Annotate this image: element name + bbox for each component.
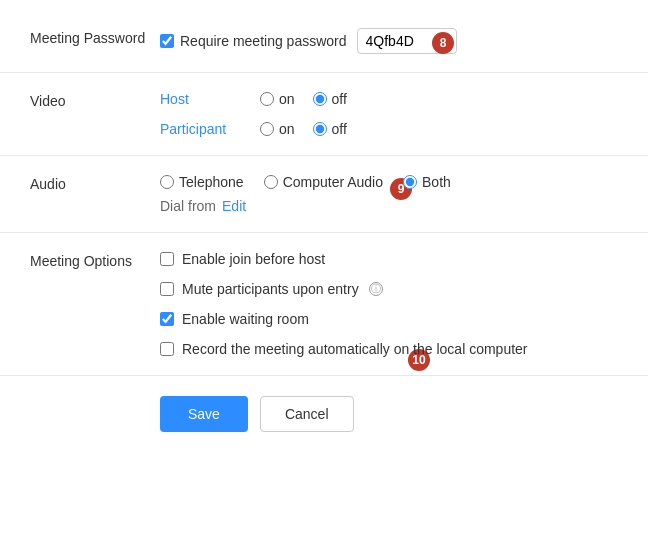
both-label[interactable]: Both <box>403 174 451 190</box>
telephone-text: Telephone <box>179 174 244 190</box>
host-off-label[interactable]: off <box>313 91 347 107</box>
meeting-password-section: Meeting Password Require meeting passwor… <box>0 10 648 73</box>
video-label: Video <box>30 91 160 137</box>
computer-audio-label[interactable]: Computer Audio <box>264 174 383 190</box>
option-row-waiting-room: Enable waiting room <box>160 311 618 327</box>
join-before-host-label: Enable join before host <box>182 251 325 267</box>
option-row-join-before-host: Enable join before host <box>160 251 618 267</box>
buttons-section: Save Cancel <box>0 376 648 452</box>
dial-row: Dial from Edit <box>160 198 618 214</box>
waiting-room-checkbox[interactable] <box>160 312 174 326</box>
participant-off-text: off <box>332 121 347 137</box>
video-content: Host on off Participant <box>160 91 618 137</box>
mute-participants-label: Mute participants upon entry <box>182 281 359 297</box>
telephone-label[interactable]: Telephone <box>160 174 244 190</box>
participant-on-text: on <box>279 121 295 137</box>
meeting-options-content: Enable join before host Mute participant… <box>160 251 618 357</box>
badge-8: 8 <box>432 32 454 54</box>
video-section: Video Host on off Participant <box>0 73 648 156</box>
participant-off-label[interactable]: off <box>313 121 347 137</box>
participant-on-label[interactable]: on <box>260 121 295 137</box>
host-off-radio[interactable] <box>313 92 327 106</box>
telephone-radio[interactable] <box>160 175 174 189</box>
settings-container: Meeting Password Require meeting passwor… <box>0 0 648 472</box>
host-label: Host <box>160 91 260 107</box>
both-text: Both <box>422 174 451 190</box>
computer-audio-text: Computer Audio <box>283 174 383 190</box>
option-row-mute-participants: Mute participants upon entry ⓘ <box>160 281 618 297</box>
dial-from-text: Dial from <box>160 198 216 214</box>
host-row: Host on off <box>160 91 618 107</box>
participant-radio-group: on off <box>260 121 347 137</box>
cancel-button[interactable]: Cancel <box>260 396 354 432</box>
meeting-options-label: Meeting Options <box>30 251 160 357</box>
participant-row: Participant on off <box>160 121 618 137</box>
host-off-text: off <box>332 91 347 107</box>
edit-link[interactable]: Edit <box>222 198 246 214</box>
mute-info-icon[interactable]: ⓘ <box>369 282 383 296</box>
host-radio-group: on off <box>260 91 347 107</box>
meeting-password-label: Meeting Password <box>30 28 160 54</box>
participant-on-radio[interactable] <box>260 122 274 136</box>
audio-content: Telephone Computer Audio Both Dial from … <box>160 174 618 214</box>
waiting-room-label: Enable waiting room <box>182 311 309 327</box>
join-before-host-checkbox[interactable] <box>160 252 174 266</box>
save-button[interactable]: Save <box>160 396 248 432</box>
audio-section: Audio Telephone Computer Audio Both Dial… <box>0 156 648 233</box>
require-password-text: Require meeting password <box>180 33 347 49</box>
password-row: Require meeting password <box>160 28 618 54</box>
meeting-password-content: Require meeting password <box>160 28 618 54</box>
record-auto-checkbox[interactable] <box>160 342 174 356</box>
audio-options: Telephone Computer Audio Both <box>160 174 618 190</box>
host-on-text: on <box>279 91 295 107</box>
host-on-radio[interactable] <box>260 92 274 106</box>
record-auto-label: Record the meeting automatically on the … <box>182 341 528 357</box>
option-row-record-auto: Record the meeting automatically on the … <box>160 341 618 357</box>
both-radio[interactable] <box>403 175 417 189</box>
host-on-label[interactable]: on <box>260 91 295 107</box>
participant-off-radio[interactable] <box>313 122 327 136</box>
require-password-checkbox-label[interactable]: Require meeting password <box>160 33 347 49</box>
meeting-options-section: Meeting Options Enable join before host … <box>0 233 648 376</box>
participant-label: Participant <box>160 121 260 137</box>
audio-label: Audio <box>30 174 160 214</box>
computer-audio-radio[interactable] <box>264 175 278 189</box>
mute-participants-checkbox[interactable] <box>160 282 174 296</box>
require-password-checkbox[interactable] <box>160 34 174 48</box>
